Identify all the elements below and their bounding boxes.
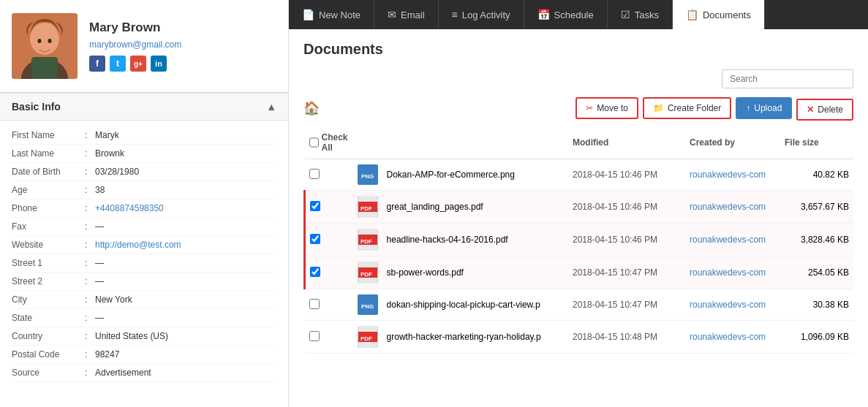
nav-log-activity-label: Log Activity bbox=[462, 9, 510, 20]
check-all-header: Check All bbox=[305, 126, 353, 159]
info-row: Source : Advertisement bbox=[12, 364, 276, 382]
home-icon[interactable]: 🏠 bbox=[303, 100, 320, 116]
table-row: PDF headline-hacks-04-16-2016.pdf 2018-0… bbox=[305, 224, 854, 256]
nav-new-note[interactable]: 📄 New Note bbox=[289, 0, 374, 29]
twitter-icon[interactable]: t bbox=[110, 56, 126, 72]
upload-button[interactable]: ↑ Upload bbox=[736, 97, 792, 119]
email-icon: ✉ bbox=[388, 9, 396, 20]
nav-email[interactable]: ✉ Email bbox=[374, 0, 439, 29]
created-by-link-2[interactable]: rounakwedevs-com bbox=[690, 202, 766, 212]
created-by-link-1[interactable]: rounakwedevs-com bbox=[690, 170, 766, 180]
documents-title: Documents bbox=[303, 41, 853, 58]
info-row: Age : 38 bbox=[12, 181, 276, 199]
top-nav: 📄 New Note ✉ Email ≡ Log Activity 📅 Sche… bbox=[289, 0, 868, 29]
svg-text:PNG: PNG bbox=[361, 173, 374, 180]
table-row: PNG dokan-shipping-local-pickup-cart-vie… bbox=[305, 289, 854, 321]
table-header: Check All Modified Created by File size bbox=[305, 126, 854, 159]
move-to-button[interactable]: ✂ Move to bbox=[575, 97, 638, 119]
nav-tasks-label: Tasks bbox=[635, 9, 659, 20]
docs-toolbar bbox=[303, 69, 853, 88]
note-icon: 📄 bbox=[302, 9, 314, 20]
table-row: PDF sb-power-words.pdf 2018-04-15 10:47 … bbox=[305, 256, 854, 289]
activity-icon: ≡ bbox=[452, 9, 458, 20]
nav-schedule[interactable]: 📅 Schedule bbox=[524, 0, 608, 29]
created-by-link-5[interactable]: rounakwedevs-com bbox=[690, 300, 766, 310]
nav-documents[interactable]: 📋 Documents bbox=[673, 0, 765, 29]
info-row: Country : United States (US) bbox=[12, 327, 276, 346]
row-checkbox-1[interactable] bbox=[309, 169, 320, 179]
profile-name: Mary Brown bbox=[89, 20, 276, 35]
svg-point-4 bbox=[38, 39, 42, 43]
svg-point-5 bbox=[48, 39, 52, 43]
action-bar: 🏠 ✂ Move to 📁 Create Folder ↑ Upload ✕ D… bbox=[303, 96, 853, 121]
row-checkbox-6[interactable] bbox=[309, 331, 320, 341]
info-row: Website : http://demo@test.com bbox=[12, 236, 276, 254]
row-checkbox-5[interactable] bbox=[309, 299, 320, 309]
basic-info-header[interactable]: Basic Info ▲ bbox=[0, 93, 288, 121]
delete-button[interactable]: ✕ Delete bbox=[796, 99, 853, 121]
info-row: Street 1 : — bbox=[12, 254, 276, 273]
nav-schedule-label: Schedule bbox=[554, 9, 594, 20]
schedule-icon: 📅 bbox=[537, 9, 550, 20]
file-icon-pdf: PDF bbox=[358, 229, 378, 251]
svg-text:PNG: PNG bbox=[361, 303, 374, 310]
svg-text:PDF: PDF bbox=[361, 238, 372, 245]
basic-info-title: Basic Info bbox=[12, 101, 61, 113]
website-link[interactable]: http://demo@test.com bbox=[95, 240, 276, 250]
documents-content: Documents 🏠 ✂ Move to 📁 Create Folder ↑ bbox=[289, 29, 868, 407]
profile-info: Mary Brown marybrown@gmail.com f t g+ in bbox=[89, 20, 276, 72]
svg-text:PDF: PDF bbox=[361, 271, 372, 278]
info-row: Postal Code : 98247 bbox=[12, 346, 276, 364]
x-icon: ✕ bbox=[807, 104, 814, 115]
googleplus-icon[interactable]: g+ bbox=[130, 56, 146, 72]
upload-icon: ↑ bbox=[746, 103, 750, 113]
nav-tasks[interactable]: ☑ Tasks bbox=[608, 0, 673, 29]
info-table: First Name : Maryk Last Name : Brownk Da… bbox=[0, 121, 288, 388]
filename-header bbox=[382, 126, 568, 159]
created-by-link-3[interactable]: rounakwedevs-com bbox=[690, 235, 766, 245]
created-by-header: Created by bbox=[685, 126, 780, 159]
file-icon-header bbox=[353, 126, 382, 159]
social-icons: f t g+ in bbox=[89, 56, 276, 72]
table-row: PDF great_landing_pages.pdf 2018-04-15 1… bbox=[305, 191, 854, 224]
scissors-icon: ✂ bbox=[586, 103, 593, 113]
created-by-link-6[interactable]: rounakwedevs-com bbox=[690, 332, 766, 342]
create-folder-button[interactable]: 📁 Create Folder bbox=[643, 97, 731, 119]
info-row: Last Name : Brownk bbox=[12, 145, 276, 163]
action-right: ✂ Move to 📁 Create Folder ↑ Upload ✕ Del… bbox=[575, 96, 853, 121]
info-row: Street 2 : — bbox=[12, 273, 276, 291]
modified-header: Modified bbox=[568, 126, 685, 159]
row-checkbox-4[interactable] bbox=[310, 267, 320, 277]
nav-new-note-label: New Note bbox=[319, 9, 361, 20]
linkedin-icon[interactable]: in bbox=[151, 56, 167, 72]
file-icon-pdf: PDF bbox=[358, 326, 378, 348]
file-icon-png: PNG bbox=[358, 294, 378, 315]
row-checkbox-3[interactable] bbox=[310, 234, 320, 244]
profile-email[interactable]: marybrown@gmail.com bbox=[89, 39, 276, 50]
info-row: Phone : +4408874598350 bbox=[12, 199, 276, 218]
info-row: City : New York bbox=[12, 291, 276, 309]
info-row: First Name : Maryk bbox=[12, 126, 276, 145]
check-all-checkbox[interactable] bbox=[309, 137, 319, 148]
svg-rect-6 bbox=[31, 57, 58, 79]
svg-point-3 bbox=[33, 23, 56, 50]
table-row: PDF growth-hacker-marketing-ryan-holiday… bbox=[305, 321, 854, 354]
nav-log-activity[interactable]: ≡ Log Activity bbox=[439, 0, 524, 29]
file-icon-pdf: PDF bbox=[358, 262, 378, 284]
action-left: 🏠 bbox=[303, 100, 320, 116]
svg-text:PDF: PDF bbox=[361, 335, 372, 342]
file-table: Check All Modified Created by File size bbox=[303, 126, 853, 354]
profile-header: Mary Brown marybrown@gmail.com f t g+ in bbox=[0, 0, 288, 93]
nav-email-label: Email bbox=[401, 9, 425, 20]
nav-documents-label: Documents bbox=[703, 9, 751, 20]
file-icon-pdf: PDF bbox=[358, 196, 378, 218]
search-input[interactable] bbox=[722, 69, 853, 88]
phone-link[interactable]: +4408874598350 bbox=[95, 203, 276, 213]
row-checkbox-2[interactable] bbox=[310, 201, 320, 211]
avatar bbox=[12, 13, 78, 79]
file-size-header: File size bbox=[780, 126, 853, 159]
created-by-link-4[interactable]: rounakwedevs-com bbox=[690, 267, 766, 278]
documents-icon: 📋 bbox=[686, 9, 698, 20]
facebook-icon[interactable]: f bbox=[89, 56, 105, 72]
folder-icon: 📁 bbox=[653, 103, 664, 113]
